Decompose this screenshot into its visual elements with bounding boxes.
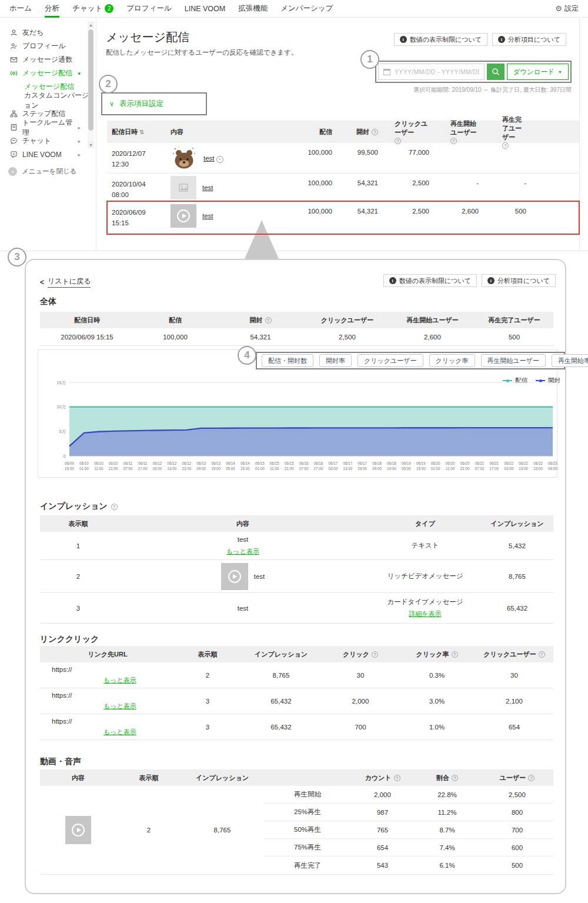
- nav-item-line-voom[interactable]: LINE VOOM: [185, 0, 225, 18]
- scroll-down-button[interactable]: ▼: [88, 141, 94, 148]
- show-details-link[interactable]: 詳細を表示: [409, 610, 441, 617]
- show-more-link[interactable]: もっと表示: [103, 728, 136, 735]
- calendar-icon: [383, 69, 390, 75]
- info-icon: i: [498, 36, 505, 43]
- help-icon[interactable]: ?: [111, 504, 118, 510]
- nav-label: プロフィール: [126, 4, 171, 14]
- metric-button-play-start-users[interactable]: 再生開始ユーザー: [481, 354, 546, 367]
- svg-text:06/12: 06/12: [182, 461, 191, 465]
- svg-text:09:00: 09:00: [196, 467, 206, 471]
- help-icon[interactable]: ?: [265, 317, 272, 324]
- help-icon[interactable]: ?: [394, 775, 400, 781]
- date-range-input[interactable]: [395, 68, 479, 75]
- svg-text:5万: 5万: [59, 429, 66, 434]
- sidebar-item-label: プロフィール: [22, 41, 65, 51]
- help-icon[interactable]: ?: [372, 651, 378, 658]
- nav-item-profile[interactable]: プロフィール: [126, 0, 171, 18]
- metric-button-click-rate[interactable]: クリック率: [429, 354, 475, 367]
- metric-label: 25%再生: [263, 808, 352, 817]
- table-row[interactable]: 2020/10/0408:00 test 100,000 54,321 2,50…: [107, 174, 579, 202]
- message-title-link[interactable]: test: [202, 212, 213, 219]
- video-summary-cells: 2 8,765: [40, 786, 263, 874]
- analytics-items-info-button[interactable]: i 分析項目について: [492, 33, 566, 46]
- sidebar-item-friends[interactable]: 友だち: [0, 26, 96, 39]
- video-audio-heading: 動画・音声: [40, 757, 81, 767]
- svg-text:15:00: 15:00: [416, 467, 426, 471]
- back-to-list-link[interactable]: < リストに戻る: [40, 276, 91, 288]
- metric-users: 800: [481, 809, 553, 816]
- metric-button-delivered-opened[interactable]: 配信・開封数: [262, 354, 313, 367]
- sidebar-item-message-count[interactable]: メッセージ通数: [0, 53, 96, 66]
- display-limit-info-button[interactable]: i 数値の表示制限について: [394, 33, 487, 46]
- close-menu-button[interactable]: « メニューを閉じる: [8, 167, 77, 176]
- scrollbar-track[interactable]: [88, 28, 94, 141]
- svg-text:06/22: 06/22: [533, 461, 543, 465]
- cell-play-complete: -: [494, 174, 550, 186]
- search-button[interactable]: [487, 64, 505, 80]
- display-settings-button[interactable]: ∨ 表示項目設定: [101, 92, 207, 115]
- sidebar-subitem-custom-conversion[interactable]: カスタムコンバージョン: [0, 94, 96, 107]
- svg-text:21:00: 21:00: [460, 467, 470, 471]
- svg-text:06/09: 06/09: [65, 461, 74, 465]
- show-more-link[interactable]: もっと表示: [103, 677, 136, 684]
- cell-url: https://もっと表示: [40, 690, 175, 712]
- info-icon: i: [487, 277, 495, 284]
- svg-text:06/11: 06/11: [123, 461, 133, 465]
- metric-count: 987: [352, 809, 413, 816]
- sidebar-item-message-broadcast[interactable]: メッセージ配信 ▾: [0, 66, 96, 80]
- download-button[interactable]: ダウンロード ▼: [507, 64, 569, 80]
- cell-play-start: -: [442, 174, 494, 186]
- sort-icon[interactable]: ⇅: [139, 129, 144, 135]
- table-row-selected[interactable]: 2020/06/0915:15 test 100,000 54,321 2,50…: [107, 202, 579, 235]
- table-row[interactable]: 2020/12/0712:30 test+ 100,000 99,500 77,…: [107, 143, 579, 174]
- video-thumbnail[interactable]: [221, 563, 248, 590]
- video-thumbnail[interactable]: [65, 816, 91, 844]
- sidebar-item-chat[interactable]: チャット ▸: [0, 134, 96, 148]
- show-more-link[interactable]: もっと表示: [103, 702, 136, 709]
- metric-users: 500: [481, 862, 553, 869]
- header-order: 表示順: [40, 519, 116, 528]
- table-header-row: 内容 表示順 インプレッション カウント? 割合? ユーザー?: [40, 769, 553, 786]
- svg-text:06/14: 06/14: [226, 461, 235, 465]
- help-icon[interactable]: ?: [539, 651, 545, 658]
- chat-unread-badge: 2: [105, 4, 113, 13]
- show-more-link[interactable]: もっと表示: [226, 548, 259, 555]
- cell-url: https://もっと表示: [40, 716, 175, 738]
- help-icon[interactable]: ?: [372, 129, 378, 135]
- metric-button-open-rate[interactable]: 開封率: [319, 354, 352, 367]
- sidebar-item-talkroom[interactable]: トークルーム管理 ▸: [0, 121, 96, 134]
- nav-item-membership[interactable]: メンバーシップ: [280, 0, 333, 18]
- help-icon[interactable]: ?: [452, 651, 458, 658]
- analytics-items-info-button[interactable]: i 分析項目について: [482, 274, 556, 287]
- svg-text:06/22: 06/22: [504, 461, 513, 465]
- sidebar-item-line-voom[interactable]: LINE VOOM ▸: [0, 148, 96, 161]
- sidebar-item-label: チャット: [22, 136, 51, 146]
- nav-item-extensions[interactable]: 拡張機能: [238, 0, 268, 18]
- display-limit-info-button[interactable]: i 数値の表示制限について: [383, 274, 477, 287]
- nav-item-analytics[interactable]: 分析: [45, 0, 59, 18]
- scrollbar-thumb[interactable]: [88, 29, 93, 131]
- header-users: ユーザー?: [481, 774, 553, 782]
- sidebar-item-profile[interactable]: プロフィール: [0, 39, 96, 53]
- nav-settings[interactable]: ⚙ 設定: [555, 4, 579, 14]
- message-title-link[interactable]: test: [202, 184, 213, 191]
- metric-button-click-users[interactable]: クリックユーザー: [358, 354, 423, 367]
- svg-text:06/20: 06/20: [460, 461, 470, 465]
- page-title: メッセージ配信: [106, 29, 189, 45]
- nav-item-home[interactable]: ホーム: [9, 0, 32, 18]
- sticker-badge-icon: +: [216, 156, 223, 163]
- video-thumbnail[interactable]: [171, 204, 196, 228]
- message-title-link[interactable]: test: [203, 155, 215, 162]
- help-icon[interactable]: ?: [452, 775, 458, 781]
- metric-button-play-start-rate[interactable]: 再生開始率: [552, 354, 588, 367]
- svg-text:23:00: 23:00: [533, 467, 543, 471]
- header-click-users: クリックユーザー: [305, 316, 390, 325]
- chevron-left-icon: <: [40, 278, 44, 286]
- help-icon[interactable]: ?: [528, 775, 534, 781]
- table-row: 2020/06/09 15:15 100,000 54,321 2,500 2,…: [40, 328, 553, 346]
- page-info-buttons: i 数値の表示制限について i 分析項目について: [394, 33, 566, 46]
- scroll-up-button[interactable]: ▲: [88, 21, 94, 28]
- nav-item-chat[interactable]: チャット2: [72, 0, 113, 18]
- cell-play-start: [442, 143, 494, 149]
- header-play-complete-users: 再生完了ユーザー: [475, 316, 553, 325]
